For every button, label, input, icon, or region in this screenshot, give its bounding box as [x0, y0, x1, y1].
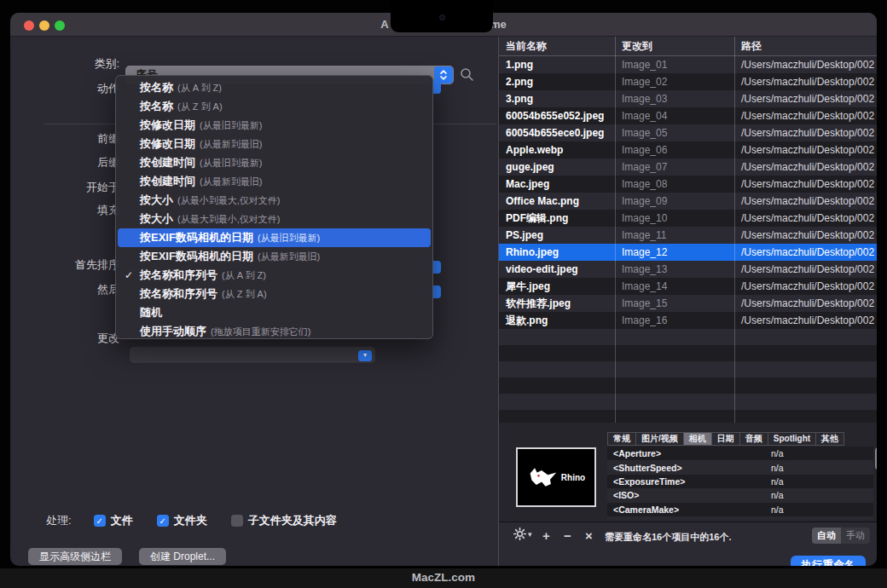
- menu-item-random[interactable]: 随机: [118, 303, 431, 322]
- table-row-selected[interactable]: Rhino.jpegImage_12/Users/maczhuli/Deskto…: [499, 244, 877, 261]
- manual-option[interactable]: 手动: [841, 527, 870, 544]
- app-window: A Better Finder Rename 类别: 序号 动作 前缀 后缀 开…: [10, 13, 877, 566]
- table-row[interactable]: 退款.pngImage_16/Users/maczhuli/Desktop/00…: [499, 312, 877, 329]
- pad-label: 填充: [17, 204, 119, 217]
- menu-item-detail: (拖放项目重新安排它们): [211, 326, 310, 338]
- exif-value: n/a: [771, 504, 873, 515]
- table-row-empty[interactable]: [499, 345, 877, 361]
- col-rename-to[interactable]: 更改到: [615, 39, 734, 54]
- menu-item-by-size-smallest[interactable]: 按大小(从最小到最大,仅对文件): [118, 191, 431, 210]
- table-row[interactable]: guge.jpegImage_07/Users/maczhuli/Desktop…: [499, 159, 877, 176]
- menu-item-label: 按大小: [140, 193, 173, 208]
- process-options: 处理: ✓ 文件 ✓ 文件夹 子文件夹及其内容: [46, 514, 361, 527]
- files-checkbox[interactable]: ✓: [94, 515, 106, 527]
- exif-row[interactable]: <ExposureTime>n/a: [607, 475, 873, 488]
- gear-caret-icon[interactable]: ▾: [528, 530, 532, 539]
- col-current-name[interactable]: 当前名称: [499, 39, 615, 54]
- table-row[interactable]: PDF编辑.pngImage_10/Users/maczhuli/Desktop…: [499, 210, 877, 227]
- file-name: 退款.png: [499, 314, 615, 328]
- exif-scrollbar[interactable]: [875, 447, 877, 517]
- search-icon[interactable]: [460, 67, 474, 82]
- tab-image-video[interactable]: 图片/视频: [635, 432, 684, 446]
- scrollbar-thumb[interactable]: [875, 447, 877, 470]
- table-row[interactable]: 2.pngImage_02/Users/maczhuli/Desktop/002: [499, 73, 877, 90]
- table-row[interactable]: 60054b655ece0.jpegImage_05/Users/maczhul…: [499, 124, 877, 141]
- perform-rename-button[interactable]: 执行重命名: [791, 556, 867, 566]
- menu-item-detail: (从最小到最大,仅对文件): [177, 194, 280, 207]
- exif-row[interactable]: [607, 516, 873, 520]
- file-name: PS.jpeg: [499, 229, 615, 241]
- new-name: Image_07: [615, 161, 734, 173]
- auto-manual-toggle: 自动 手动: [812, 527, 870, 544]
- menu-item-by-name-and-seq-az[interactable]: ✓按名称和序列号(从 A 到 Z): [118, 266, 431, 285]
- auto-option[interactable]: 自动: [812, 527, 841, 544]
- tab-audio[interactable]: 音频: [739, 432, 768, 446]
- table-row-empty[interactable]: [499, 361, 877, 378]
- status-message: 需要重命名16个项目中的16个.: [605, 531, 732, 544]
- menu-item-by-exif-date-newest[interactable]: 按EXIF数码相机的日期(从最新到最旧): [118, 247, 431, 266]
- exif-row[interactable]: <ISO>n/a: [607, 488, 873, 502]
- add-files-button[interactable]: +: [542, 528, 550, 543]
- file-path: /Users/maczhuli/Desktop/002: [734, 314, 877, 326]
- files-checkbox-label: 文件: [111, 513, 133, 528]
- file-name: 60054b655ece0.jpeg: [499, 127, 615, 139]
- menu-item-by-exif-date-oldest[interactable]: 按EXIF数码相机的日期(从最旧到最新): [118, 228, 431, 247]
- table-row[interactable]: video-edit.jpegImage_13/Users/maczhuli/D…: [499, 261, 877, 278]
- exif-row[interactable]: <CameraMake>n/a: [607, 503, 873, 516]
- tab-other[interactable]: 其他: [815, 432, 844, 446]
- table-row-empty[interactable]: [499, 394, 877, 410]
- folders-checkbox[interactable]: ✓: [157, 515, 169, 527]
- column-divider: [734, 37, 735, 423]
- table-row[interactable]: 犀牛.jpegImage_14/Users/maczhuli/Desktop/0…: [499, 278, 877, 295]
- table-row-empty[interactable]: [499, 329, 877, 345]
- file-path: /Users/maczhuli/Desktop/002: [734, 76, 877, 88]
- col-path[interactable]: 路径: [734, 39, 877, 54]
- tab-general[interactable]: 常规: [607, 432, 636, 446]
- table-row-empty[interactable]: [499, 378, 877, 394]
- start-at-label: 开始于: [17, 181, 119, 194]
- file-path: /Users/maczhuli/Desktop/002: [734, 263, 877, 275]
- zoom-window-button[interactable]: [55, 20, 65, 31]
- menu-item-by-mod-date-newest[interactable]: 按修改日期(从最新到最旧): [118, 135, 431, 153]
- change-dropdown[interactable]: ▾: [130, 347, 375, 363]
- table-row[interactable]: PS.jpegImage_11/Users/maczhuli/Desktop/0…: [499, 227, 877, 244]
- show-advanced-sidebar-button[interactable]: 显示高级侧边栏: [28, 548, 122, 565]
- exif-row[interactable]: <ShutterSpeed>n/a: [607, 460, 873, 474]
- clear-files-button[interactable]: ×: [585, 528, 593, 543]
- menu-item-by-create-date-newest[interactable]: 按创建时间(从最新到最旧): [118, 172, 431, 191]
- table-row[interactable]: Mac.jpegImage_08/Users/maczhuli/Desktop/…: [499, 176, 877, 193]
- gear-icon[interactable]: [513, 527, 526, 544]
- table-row[interactable]: 软件推荐.jpegImage_15/Users/maczhuli/Desktop…: [499, 295, 877, 312]
- new-name: Image_04: [615, 110, 734, 122]
- menu-item-by-name-az[interactable]: 按名称(从 A 到 Z): [118, 78, 431, 97]
- tab-spotlight[interactable]: Spotlight: [768, 432, 816, 446]
- new-name: Image_10: [615, 212, 734, 224]
- menu-item-detail: (从 Z 到 A): [177, 101, 223, 113]
- subfolders-checkbox[interactable]: [231, 515, 243, 527]
- menu-item-by-name-za[interactable]: 按名称(从 Z 到 A): [118, 97, 431, 116]
- folders-checkbox-label: 文件夹: [174, 513, 207, 528]
- table-row[interactable]: Office Mac.pngImage_09/Users/maczhuli/De…: [499, 193, 877, 210]
- remove-files-button[interactable]: −: [564, 528, 571, 543]
- new-name: Image_16: [615, 314, 734, 326]
- table-row[interactable]: 3.pngImage_03/Users/maczhuli/Desktop/002: [499, 90, 877, 107]
- menu-item-by-name-and-seq-za[interactable]: 按名称和序列号(从 Z 到 A): [118, 285, 431, 303]
- tab-date[interactable]: 日期: [711, 432, 740, 446]
- table-row[interactable]: Apple.webpImage_06/Users/maczhuli/Deskto…: [499, 141, 877, 159]
- tab-camera[interactable]: 相机: [683, 432, 712, 446]
- subfolders-checkbox-label: 子文件夹及其内容: [248, 513, 337, 528]
- menu-item-label: 按名称和序列号: [140, 268, 217, 283]
- table-row[interactable]: 60054b655e052.jpegImage_04/Users/maczhul…: [499, 107, 877, 124]
- menu-item-label: 按修改日期: [140, 136, 195, 152]
- menu-item-manual-order[interactable]: 使用手动顺序(拖放项目重新安排它们): [118, 322, 431, 341]
- exif-row[interactable]: <Aperture>n/a: [607, 447, 873, 460]
- menu-item-detail: (从 A 到 Z): [222, 269, 266, 282]
- table-header[interactable]: 当前名称 更改到 路径: [499, 37, 877, 56]
- menu-item-by-mod-date-oldest[interactable]: 按修改日期(从最旧到最新): [118, 116, 431, 135]
- menu-item-by-size-largest[interactable]: 按大小(从最大到最小,仅对文件): [118, 210, 431, 228]
- create-droplet-button[interactable]: 创建 Droplet...: [139, 548, 226, 565]
- close-window-button[interactable]: [24, 20, 34, 31]
- menu-item-by-create-date-oldest[interactable]: 按创建时间(从最旧到最新): [118, 153, 431, 172]
- table-row[interactable]: 1.pngImage_01/Users/maczhuli/Desktop/002: [499, 56, 877, 73]
- minimize-window-button[interactable]: [39, 20, 49, 31]
